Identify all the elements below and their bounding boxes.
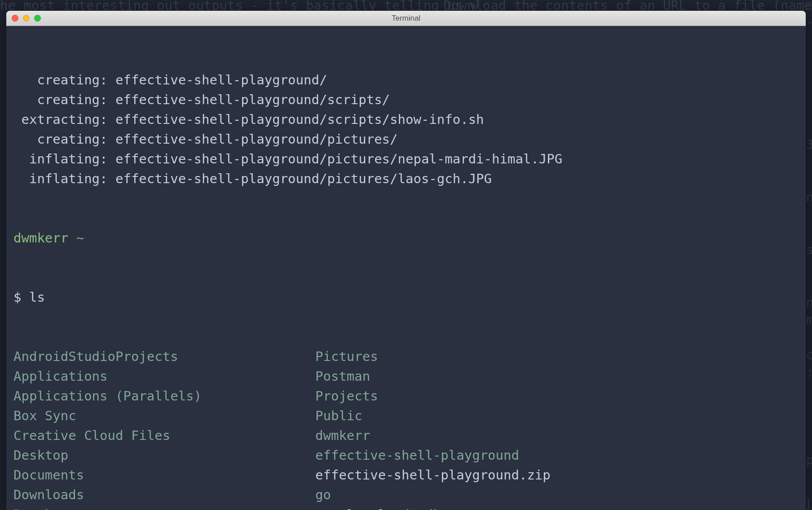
close-icon[interactable] [12, 15, 18, 22]
list-item: go [315, 485, 551, 505]
unzip-output: creating: effective-shell-playground/ cr… [13, 70, 799, 189]
ls-column-2: PicturesPostmanProjectsPublicdwmkerreffe… [315, 347, 551, 510]
list-item: Desktop [13, 445, 315, 465]
prompt-symbol: $ [13, 290, 21, 305]
unzip-line: inflating: effective-shell-playground/pi… [13, 149, 799, 169]
list-item: effective-shell-playground.zip [315, 465, 551, 485]
prompt-cwd: ~ [76, 230, 84, 246]
ls-output: AndroidStudioProjectsApplicationsApplica… [13, 347, 799, 510]
command-line-ls: $ ls [13, 287, 799, 307]
titlebar[interactable]: Terminal [6, 11, 806, 26]
list-item: Public [315, 406, 551, 426]
prompt-line-1: dwmkerr ~ [13, 228, 799, 248]
unzip-line: extracting: effective-shell-playground/s… [13, 110, 799, 129]
ls-column-1: AndroidStudioProjectsApplicationsApplica… [13, 347, 315, 510]
list-item: Applications (Parallels) [13, 386, 315, 406]
traffic-lights [12, 15, 41, 22]
minimize-icon[interactable] [23, 15, 30, 22]
unzip-line: creating: effective-shell-playground/pic… [13, 129, 799, 149]
list-item: Projects [315, 386, 551, 406]
list-item: AndroidStudioProjects [13, 347, 315, 366]
list-item: google-cloud-sdk [315, 505, 551, 510]
command-text: ls [29, 290, 45, 305]
list-item: Downloads [13, 485, 315, 505]
list-item: Pictures [315, 347, 551, 366]
list-item: effective-shell-playground [315, 445, 551, 465]
list-item: dwmkerr [315, 426, 551, 445]
list-item: Box Sync [13, 406, 315, 426]
unzip-line: inflating: effective-shell-playground/pi… [13, 169, 799, 189]
list-item: Documents [13, 465, 315, 485]
unzip-line: creating: effective-shell-playground/scr… [13, 90, 799, 110]
prompt-user: dwmkerr [13, 230, 68, 246]
window-title: Terminal [6, 14, 806, 23]
terminal-window: Terminal creating: effective-shell-playg… [6, 11, 806, 510]
list-item: Dropbox [13, 505, 315, 510]
list-item: Applications [13, 366, 315, 386]
terminal-body[interactable]: creating: effective-shell-playground/ cr… [6, 26, 806, 510]
list-item: Postman [315, 366, 551, 386]
maximize-icon[interactable] [34, 15, 41, 22]
unzip-line: creating: effective-shell-playground/ [13, 70, 799, 90]
list-item: Creative Cloud Files [13, 426, 315, 445]
